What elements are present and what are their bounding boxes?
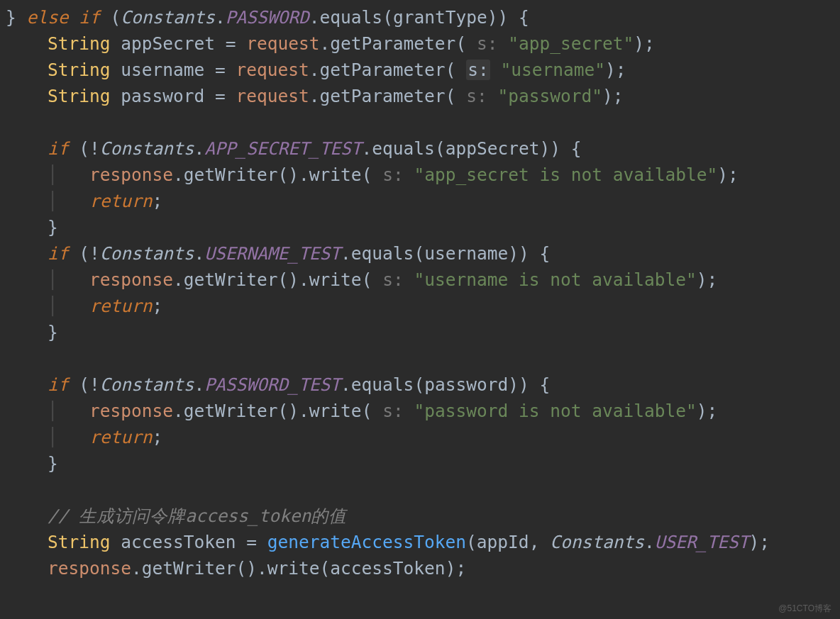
code-line[interactable] [6,109,840,135]
code-token: . [644,532,655,552]
code-token: getParameter [330,33,455,54]
code-token [490,60,501,80]
code-line[interactable]: String appSecret = request.getParameter(… [6,30,840,57]
code-line[interactable]: // 生成访问令牌access_token的值 [6,503,840,529]
code-line[interactable]: } else if (Constants.PASSWORD.equals(gra… [6,4,840,30]
code-token: Constants [100,243,194,264]
code-token: . [309,60,320,80]
code-token: (). [278,401,309,421]
code-token [6,60,48,80]
code-token: . [173,269,184,290]
code-token: (). [278,269,309,290]
code-token: (! [69,138,100,159]
code-token: ); [717,164,739,185]
code-token: getParameter [320,60,446,80]
code-token: . [320,33,331,54]
code-token: s: [466,60,490,80]
code-token: . [173,401,184,421]
code-token: return [89,191,153,211]
code-token: "app_secret is not available" [414,164,717,185]
code-token: equals [351,374,414,395]
code-line[interactable]: response.getWriter().write(accessToken); [6,555,840,581]
code-token: ); [634,33,655,54]
code-token: = [236,532,267,552]
code-token: ); [602,86,624,106]
code-token: s: [372,164,414,185]
code-token: String [48,86,111,106]
code-line[interactable]: String accessToken = generateAccessToken… [6,529,840,555]
code-line[interactable]: String username = request.getParameter( … [6,57,840,83]
code-line[interactable]: │ response.getWriter().write( s: "app_se… [6,162,840,188]
code-token: return [89,296,153,316]
code-line[interactable]: if (!Constants.USERNAME_TEST.equals(user… [6,240,840,267]
code-token [6,374,48,395]
code-line[interactable]: if (!Constants.APP_SECRET_TEST.equals(ap… [6,135,840,162]
code-token: getWriter [142,558,236,579]
code-token [6,348,16,369]
code-token: │ [48,296,58,316]
code-token: } [6,217,58,238]
code-line[interactable]: if (!Constants.PASSWORD_TEST.equals(pass… [6,372,840,398]
code-token: s: [455,86,497,106]
code-line[interactable]: │ response.getWriter().write( s: "passwo… [6,398,840,424]
code-token: write [309,164,362,185]
code-token: ); [605,60,626,80]
code-token: │ [48,269,58,290]
code-token: ); [697,269,718,290]
code-token: if [48,243,69,264]
code-token: ( [320,558,331,579]
code-token [455,60,466,80]
code-token: ; [153,296,163,316]
code-token [6,401,48,421]
code-token: (! [69,243,100,264]
code-line[interactable]: String password = request.getParameter( … [6,83,840,109]
code-token [58,191,89,211]
code-token: │ [48,164,58,185]
code-line[interactable]: │ return; [6,424,840,450]
code-token [111,60,121,80]
code-token: APP_SECRET_TEST [204,138,361,159]
code-token: ( [414,374,424,395]
code-line[interactable]: │ return; [6,188,840,214]
code-token: ); [446,558,467,579]
code-editor[interactable]: } else if (Constants.PASSWORD.equals(gra… [0,0,840,581]
code-token: } [6,322,58,342]
code-token [111,33,121,54]
code-token: (! [69,374,100,395]
code-token: ( [414,243,424,264]
code-token: )) { [539,138,581,159]
code-line[interactable]: │ response.getWriter().write( s: "userna… [6,267,840,293]
code-token: ( [382,7,393,28]
code-token: ( [362,401,372,421]
code-token: String [48,532,111,552]
code-line[interactable]: } [6,319,840,345]
code-line[interactable]: } [6,450,840,476]
code-token: PASSWORD_TEST [204,374,341,395]
code-token: equals [351,243,414,264]
code-line[interactable]: │ return; [6,293,840,319]
code-token: "password" [497,86,602,106]
code-token: . [194,243,205,264]
code-token: )) { [508,243,550,264]
code-token [6,33,48,54]
code-token: getParameter [320,86,446,106]
code-token: grantType [393,7,487,28]
code-token: ; [153,427,163,447]
code-token: = [215,33,246,54]
code-token: accessToken [330,558,445,579]
code-line[interactable] [6,476,840,503]
code-token: )) { [487,7,529,28]
code-line[interactable]: } [6,214,840,240]
code-line[interactable] [6,345,840,372]
code-token: getWriter [184,269,278,290]
code-token: if [48,138,69,159]
code-token: equals [372,138,435,159]
code-token: ( [446,60,456,80]
code-token: ( [446,86,456,106]
code-token: (). [236,558,267,579]
code-token: request [236,60,309,80]
code-token: } [6,7,27,28]
code-token [111,86,121,106]
code-token [6,164,48,185]
code-token: ( [362,269,372,290]
